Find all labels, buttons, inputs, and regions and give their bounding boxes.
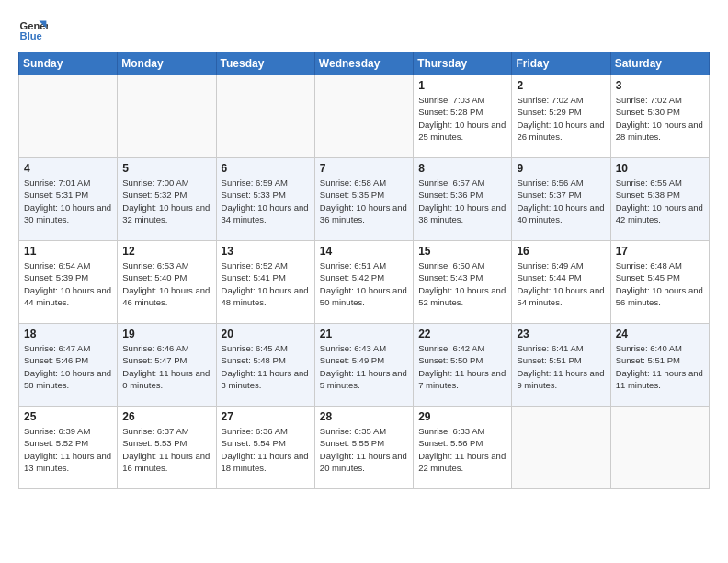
day-cell [118, 75, 216, 158]
day-cell: 19Sunrise: 6:46 AM Sunset: 5:47 PM Dayli… [118, 324, 216, 407]
day-number: 25 [24, 410, 112, 423]
day-info: Sunrise: 6:40 AM Sunset: 5:51 PM Dayligh… [616, 342, 704, 391]
day-info: Sunrise: 6:49 AM Sunset: 5:44 PM Dayligh… [517, 259, 605, 308]
day-info: Sunrise: 6:48 AM Sunset: 5:45 PM Dayligh… [616, 259, 704, 308]
day-number: 18 [24, 327, 112, 340]
day-info: Sunrise: 6:51 AM Sunset: 5:42 PM Dayligh… [320, 259, 408, 308]
day-info: Sunrise: 6:50 AM Sunset: 5:43 PM Dayligh… [418, 259, 506, 308]
day-cell [216, 75, 314, 158]
day-info: Sunrise: 6:58 AM Sunset: 5:35 PM Dayligh… [320, 177, 408, 225]
day-info: Sunrise: 7:02 AM Sunset: 5:29 PM Dayligh… [517, 94, 605, 143]
day-info: Sunrise: 7:03 AM Sunset: 5:28 PM Dayligh… [418, 94, 506, 143]
day-cell: 13Sunrise: 6:52 AM Sunset: 5:41 PM Dayli… [216, 241, 314, 324]
day-cell: 5Sunrise: 7:00 AM Sunset: 5:32 PM Daylig… [118, 158, 216, 241]
header-row: SundayMondayTuesdayWednesdayThursdayFrid… [19, 52, 710, 75]
day-cell: 2Sunrise: 7:02 AM Sunset: 5:29 PM Daylig… [512, 75, 610, 158]
day-cell: 3Sunrise: 7:02 AM Sunset: 5:30 PM Daylig… [610, 75, 709, 158]
day-number: 17 [616, 245, 704, 258]
day-cell: 23Sunrise: 6:41 AM Sunset: 5:51 PM Dayli… [512, 324, 610, 407]
day-cell: 22Sunrise: 6:42 AM Sunset: 5:50 PM Dayli… [414, 324, 512, 407]
day-cell: 8Sunrise: 6:57 AM Sunset: 5:36 PM Daylig… [414, 158, 512, 241]
day-info: Sunrise: 6:57 AM Sunset: 5:36 PM Dayligh… [418, 177, 506, 225]
day-info: Sunrise: 7:01 AM Sunset: 5:31 PM Dayligh… [24, 177, 112, 225]
day-number: 12 [122, 245, 210, 258]
svg-text:Blue: Blue [20, 30, 42, 41]
day-header-friday: Friday [512, 52, 610, 75]
day-cell [19, 75, 118, 158]
day-cell: 11Sunrise: 6:54 AM Sunset: 5:39 PM Dayli… [19, 241, 118, 324]
day-cell [610, 407, 709, 489]
day-header-saturday: Saturday [610, 52, 709, 75]
day-info: Sunrise: 6:37 AM Sunset: 5:53 PM Dayligh… [122, 425, 210, 474]
day-info: Sunrise: 7:02 AM Sunset: 5:30 PM Dayligh… [616, 94, 704, 143]
day-info: Sunrise: 7:00 AM Sunset: 5:32 PM Dayligh… [122, 177, 210, 225]
day-number: 29 [418, 410, 506, 423]
day-cell: 27Sunrise: 6:36 AM Sunset: 5:54 PM Dayli… [216, 407, 314, 489]
day-info: Sunrise: 6:39 AM Sunset: 5:52 PM Dayligh… [24, 425, 112, 474]
day-cell: 16Sunrise: 6:49 AM Sunset: 5:44 PM Dayli… [512, 241, 610, 324]
day-cell: 20Sunrise: 6:45 AM Sunset: 5:48 PM Dayli… [216, 324, 314, 407]
day-number: 13 [222, 245, 310, 258]
day-number: 2 [517, 79, 605, 92]
day-header-wednesday: Wednesday [314, 52, 413, 75]
week-row-3: 11Sunrise: 6:54 AM Sunset: 5:39 PM Dayli… [19, 241, 710, 324]
day-cell: 15Sunrise: 6:50 AM Sunset: 5:43 PM Dayli… [414, 241, 512, 324]
day-info: Sunrise: 6:35 AM Sunset: 5:55 PM Dayligh… [320, 425, 408, 474]
day-number: 4 [24, 162, 112, 175]
day-number: 5 [122, 162, 210, 175]
week-row-2: 4Sunrise: 7:01 AM Sunset: 5:31 PM Daylig… [19, 158, 710, 241]
day-cell: 9Sunrise: 6:56 AM Sunset: 5:37 PM Daylig… [512, 158, 610, 241]
day-info: Sunrise: 6:43 AM Sunset: 5:49 PM Dayligh… [320, 342, 408, 391]
day-cell [512, 407, 610, 489]
week-row-1: 1Sunrise: 7:03 AM Sunset: 5:28 PM Daylig… [19, 75, 710, 158]
day-number: 6 [222, 162, 310, 175]
day-info: Sunrise: 6:56 AM Sunset: 5:37 PM Dayligh… [517, 177, 605, 225]
day-number: 1 [418, 79, 506, 92]
day-info: Sunrise: 6:41 AM Sunset: 5:51 PM Dayligh… [517, 342, 605, 391]
day-number: 8 [418, 162, 506, 175]
day-info: Sunrise: 6:47 AM Sunset: 5:46 PM Dayligh… [24, 342, 112, 391]
day-number: 10 [616, 162, 704, 175]
day-cell: 10Sunrise: 6:55 AM Sunset: 5:38 PM Dayli… [610, 158, 709, 241]
day-number: 22 [418, 327, 506, 340]
day-cell: 21Sunrise: 6:43 AM Sunset: 5:49 PM Dayli… [314, 324, 413, 407]
day-info: Sunrise: 6:54 AM Sunset: 5:39 PM Dayligh… [24, 259, 112, 308]
day-number: 20 [222, 327, 310, 340]
day-cell: 6Sunrise: 6:59 AM Sunset: 5:33 PM Daylig… [216, 158, 314, 241]
day-number: 11 [24, 245, 112, 258]
day-info: Sunrise: 6:45 AM Sunset: 5:48 PM Dayligh… [222, 342, 310, 391]
day-number: 16 [517, 245, 605, 258]
day-header-sunday: Sunday [19, 52, 118, 75]
day-number: 3 [616, 79, 704, 92]
week-row-5: 25Sunrise: 6:39 AM Sunset: 5:52 PM Dayli… [19, 407, 710, 489]
day-cell: 14Sunrise: 6:51 AM Sunset: 5:42 PM Dayli… [314, 241, 413, 324]
day-number: 19 [122, 327, 210, 340]
day-info: Sunrise: 6:53 AM Sunset: 5:40 PM Dayligh… [122, 259, 210, 308]
day-number: 26 [122, 410, 210, 423]
day-header-monday: Monday [118, 52, 216, 75]
day-info: Sunrise: 6:42 AM Sunset: 5:50 PM Dayligh… [418, 342, 506, 391]
day-cell: 7Sunrise: 6:58 AM Sunset: 5:35 PM Daylig… [314, 158, 413, 241]
day-number: 21 [320, 327, 408, 340]
day-cell: 12Sunrise: 6:53 AM Sunset: 5:40 PM Dayli… [118, 241, 216, 324]
day-cell: 1Sunrise: 7:03 AM Sunset: 5:28 PM Daylig… [414, 75, 512, 158]
day-number: 27 [222, 410, 310, 423]
day-cell: 17Sunrise: 6:48 AM Sunset: 5:45 PM Dayli… [610, 241, 709, 324]
day-cell: 28Sunrise: 6:35 AM Sunset: 5:55 PM Dayli… [314, 407, 413, 489]
day-number: 7 [320, 162, 408, 175]
day-number: 28 [320, 410, 408, 423]
day-info: Sunrise: 6:52 AM Sunset: 5:41 PM Dayligh… [222, 259, 310, 308]
day-info: Sunrise: 6:33 AM Sunset: 5:56 PM Dayligh… [418, 425, 506, 474]
logo-icon: General Blue [18, 15, 48, 44]
day-cell: 29Sunrise: 6:33 AM Sunset: 5:56 PM Dayli… [414, 407, 512, 489]
day-info: Sunrise: 6:36 AM Sunset: 5:54 PM Dayligh… [222, 425, 310, 474]
day-cell [314, 75, 413, 158]
day-info: Sunrise: 6:59 AM Sunset: 5:33 PM Dayligh… [222, 177, 310, 225]
day-number: 9 [517, 162, 605, 175]
day-cell: 26Sunrise: 6:37 AM Sunset: 5:53 PM Dayli… [118, 407, 216, 489]
week-row-4: 18Sunrise: 6:47 AM Sunset: 5:46 PM Dayli… [19, 324, 710, 407]
day-number: 14 [320, 245, 408, 258]
day-info: Sunrise: 6:46 AM Sunset: 5:47 PM Dayligh… [122, 342, 210, 391]
day-info: Sunrise: 6:55 AM Sunset: 5:38 PM Dayligh… [616, 177, 704, 225]
day-header-thursday: Thursday [414, 52, 512, 75]
